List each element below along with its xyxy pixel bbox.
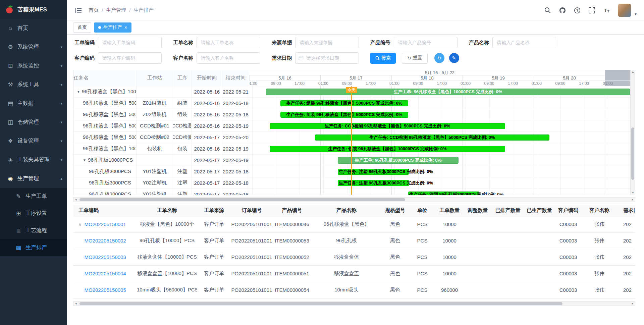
- work-order-code-input[interactable]: [98, 37, 162, 48]
- order-code-link[interactable]: MO202205150005: [85, 287, 126, 293]
- breadcrumb-item[interactable]: 首页: [89, 7, 99, 13]
- search-button[interactable]: 搜索: [370, 53, 396, 64]
- gantt-task-row[interactable]: 96孔孔板3000PCSY03注塑机注塑2022-05-172022-05-18: [73, 189, 249, 195]
- sidebar-toggle-icon[interactable]: [74, 6, 83, 14]
- gantt-task-row[interactable]: 96孔孔板3000PCSY01注塑机注塑2022-05-172022-05-18: [73, 166, 249, 177]
- gantt-task-row[interactable]: ▼96孔孔板10000PCS2022-05-172022-05-19: [73, 155, 249, 166]
- breadcrumb-item[interactable]: 生产管理: [106, 7, 126, 13]
- font-size-icon[interactable]: TT: [603, 7, 610, 14]
- sidebar-item-gear[interactable]: ⚙系统管理▾: [0, 38, 67, 56]
- gantt-horizontal-scrollbar[interactable]: ◄ ►: [73, 197, 635, 202]
- gantt-task-row[interactable]: 96孔移液盒【黑色】10000PCS包装机包装2022-05-162022-05…: [73, 143, 249, 155]
- demand-date-input[interactable]: [295, 52, 359, 64]
- gantt-bar[interactable]: 生产任务: 注塑 96孔孔板3000PCS 完成比例: 0%: [338, 180, 409, 186]
- gantt-task-row[interactable]: 96孔孔板3000PCSY02注塑机注塑2022-05-172022-05-18: [73, 177, 249, 189]
- order-code-link[interactable]: MO202205150002: [85, 238, 126, 243]
- sidebar-item-data[interactable]: ▤主数据▾: [0, 94, 67, 113]
- sidebar-item-device[interactable]: ❖设备管理▾: [0, 131, 67, 150]
- order-row[interactable]: ∨MO202205150004移液盒盒盖【10000】PCS客户订单PO2022…: [73, 265, 635, 282]
- gantt-task-row[interactable]: 96孔移液盒【黑色】5000PCSCCD检测#01CCD检测2022-05-16…: [73, 120, 249, 132]
- sidebar-subitem-process[interactable]: ⊞工序设置: [0, 205, 67, 222]
- customer-code-input[interactable]: [98, 52, 162, 64]
- user-avatar[interactable]: [618, 4, 631, 17]
- order-cell: ITEM00000052: [273, 249, 311, 265]
- sidebar-item-home[interactable]: ⌂首页: [0, 19, 67, 38]
- gantt-bar[interactable]: 生产任务: 注塑 96孔孔板3000PCS 完成比例: 0%: [338, 169, 409, 175]
- fullscreen-icon[interactable]: [588, 7, 596, 14]
- edit-circle-button[interactable]: ✎: [449, 53, 459, 63]
- gantt-task-row[interactable]: 96孔移液盒【黑色】5000PCSCCD检测#02CCD检测2022-05-17…: [73, 132, 249, 143]
- customer-name-input[interactable]: [197, 52, 260, 64]
- github-icon[interactable]: [559, 7, 566, 14]
- gantt-task-row[interactable]: ▼96孔移液盒【黑色】10000PCS2022-05-162022-05-21: [73, 86, 249, 98]
- gantt-bar[interactable]: 生产工单: 96孔移液盒【黑色】10000PCS 完成比例: 0%: [266, 89, 630, 95]
- order-row[interactable]: ∨MO202205150001移液盒【黑色】10000个客户订单PO202205…: [73, 216, 635, 232]
- gantt-bar[interactable]: 生产任务: 组装 96孔移液盒【黑色】5000PCS 完成比例: 0%: [280, 112, 408, 118]
- gantt-bar[interactable]: 生产任务: CCD检测 96孔移液盒【黑色】5000PCS 完成比例: 0%: [315, 134, 549, 141]
- sidebar-item-produce[interactable]: ◉生产管理▴: [0, 169, 67, 188]
- order-code-link[interactable]: MO202205150001: [85, 221, 126, 227]
- sidebar-item-monitor[interactable]: ⊡系统监控▾: [0, 56, 67, 75]
- search-icon[interactable]: [544, 7, 551, 14]
- product-code-input[interactable]: [394, 37, 458, 48]
- task-process: 包装: [173, 143, 192, 154]
- tab[interactable]: 首页: [73, 22, 91, 33]
- order-row[interactable]: ∨MO20220515000510mm吸头【960000】PCS客户订单PO20…: [73, 282, 635, 298]
- task-workstation: Y01注塑机: [137, 166, 173, 177]
- gantt-hour-label: 17:00: [294, 81, 305, 86]
- gantt-vertical-scrollbar[interactable]: ▲ ▼: [630, 70, 635, 195]
- order-code-link[interactable]: MO202205150004: [85, 271, 126, 276]
- sidebar-subitem-order[interactable]: ✎生产工单: [0, 188, 67, 205]
- task-name: 96孔移液盒【黑色】5000PCS: [83, 134, 136, 141]
- reset-button[interactable]: ↻ 重置: [402, 53, 428, 64]
- order-row[interactable]: ∨MO20220515000296孔孔板【10000】PCS客户订单PO2022…: [73, 232, 635, 249]
- task-start: 2022-05-16: [192, 86, 222, 97]
- sidebar-item-tools[interactable]: ⚒系统工具▾: [0, 75, 67, 94]
- gantt-hour-label: 09:00: [271, 81, 281, 86]
- gantt-task-row[interactable]: 96孔移液盒【黑色】5000PCSZ01组装机组装2022-05-162022-…: [73, 98, 249, 109]
- task-process: 组装: [173, 98, 192, 109]
- gantt-bar[interactable]: 生产工单: 96孔孔板10000PCS 完成比例: 0%: [338, 157, 459, 164]
- gantt-bar[interactable]: 生产任务: CCD检测 96孔移液盒【黑色】5000PCS 完成比例: 0%: [270, 123, 505, 129]
- order-code-link[interactable]: MO202205150003: [85, 254, 126, 260]
- orders-horizontal-scrollbar[interactable]: ◄ ►: [73, 301, 635, 306]
- chevron-down-icon: ▾: [60, 83, 62, 87]
- order-row[interactable]: ∨MO202205150003移液盒盒体【10000】PCS客户订单PO2022…: [73, 249, 635, 265]
- order-cell: 客户订单: [197, 232, 231, 249]
- sidebar-item-warehouse[interactable]: ◫仓储管理▾: [0, 113, 67, 131]
- scroll-right-icon[interactable]: ►: [630, 198, 635, 202]
- gantt-bar[interactable]: 生产任务: 注塑 96孔孔板3000PCS 完成比例: 0%: [408, 192, 479, 195]
- refresh-circle-button[interactable]: ↻: [434, 53, 444, 63]
- orders-col-header: 客户名称: [581, 205, 618, 216]
- scrollbar-thumb[interactable]: [79, 302, 562, 305]
- sidebar-subitem-schedule[interactable]: ▦生产排产: [0, 239, 67, 256]
- gantt-bar[interactable]: 生产任务: 组装 96孔移液盒【黑色】5000PCS 完成比例: 0%: [280, 100, 408, 106]
- scroll-up-icon[interactable]: ▲: [631, 70, 635, 74]
- sidebar-item-fixture[interactable]: ◈工装夹具管理▾: [0, 150, 67, 169]
- row-expand-icon[interactable]: ∨: [78, 222, 82, 227]
- gantt-col-header: 开始时间: [192, 70, 222, 86]
- gantt-bar[interactable]: 生产任务: 包装 96孔移液盒【黑色】10000PCS 完成比例: 0%: [270, 146, 505, 152]
- scroll-left-icon[interactable]: ◄: [73, 198, 78, 202]
- sidebar-subitem-flow[interactable]: ≣工艺流程: [0, 222, 67, 239]
- gantt-day-label: 5月 19: [463, 75, 534, 81]
- scroll-right-icon[interactable]: ►: [630, 302, 635, 306]
- product-name-input[interactable]: [492, 37, 556, 48]
- avatar-caret-icon[interactable]: ▾: [635, 12, 637, 17]
- tab[interactable]: 生产排产×: [94, 22, 131, 33]
- task-name: 96孔移液盒【黑色】5000PCS: [83, 123, 136, 129]
- source-doc-input[interactable]: [295, 37, 359, 48]
- gantt-hour-label: 17:00: [366, 81, 376, 86]
- scroll-left-icon[interactable]: ◄: [73, 302, 78, 306]
- collapse-icon[interactable]: ▼: [77, 90, 80, 94]
- gantt-task-row[interactable]: 96孔移液盒【黑色】5000PCSZ02组装机组装2022-05-162022-…: [73, 109, 249, 120]
- collapse-icon[interactable]: ▼: [83, 158, 86, 162]
- scroll-down-icon[interactable]: ▼: [631, 191, 635, 195]
- tab-close-icon[interactable]: ×: [124, 25, 127, 30]
- work-order-name-input[interactable]: [197, 37, 260, 48]
- help-icon[interactable]: ?: [574, 7, 581, 14]
- scrollbar-thumb[interactable]: [631, 127, 634, 180]
- gantt-range-label: 5月 16 - 5月 22: [249, 70, 630, 75]
- flow-icon: ≣: [15, 227, 22, 234]
- scrollbar-thumb[interactable]: [79, 198, 405, 201]
